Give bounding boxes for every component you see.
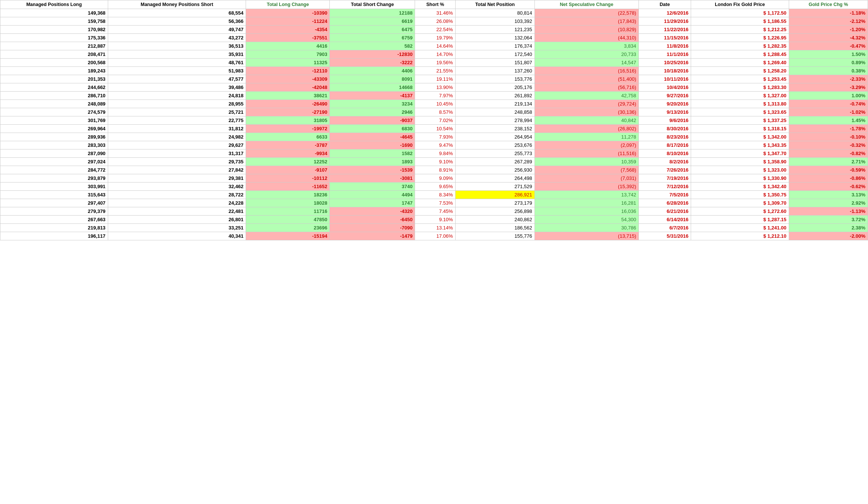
table-row: $ 1,253.45 [691,75,789,83]
table-row: 6759 [330,34,415,42]
table-row: 14668 [330,83,415,92]
table-row: -3.29% [789,83,868,92]
header-net-speculative-change: Net Speculative Change [534,0,639,9]
table-row: 10/4/2016 [639,83,691,92]
table-row: 12/6/2016 [639,9,691,17]
table-row: 2.71% [789,158,868,166]
table-row: $ 1,212.25 [691,26,789,34]
table-row: 286,921 [455,191,534,199]
header-managed-short: Managed Money Positions Short [108,0,246,9]
table-row: 151,807 [455,59,534,67]
table-row: 9.10% [415,216,455,224]
table-row: 11716 [246,207,330,216]
table-row: $ 1,288.45 [691,50,789,59]
table-row: 155,776 [455,232,534,240]
table-row: 6830 [330,125,415,133]
table-row: -3081 [330,174,415,183]
table-row: 24,228 [108,199,246,207]
table-row: 31,812 [108,125,246,133]
table-row: $ 1,226.95 [691,34,789,42]
table-row: -37551 [246,34,330,42]
table-row: -0.82% [789,149,868,158]
table-row: 287,090 [0,149,108,158]
table-row: 26,801 [108,216,246,224]
table-row: 42,758 [534,92,639,100]
table-row: 9.47% [415,141,455,149]
table-row: 38621 [246,92,330,100]
table-row: 256,930 [455,166,534,174]
table-row: $ 1,212.10 [691,232,789,240]
table-row: 297,407 [0,199,108,207]
table-row: 255,773 [455,149,534,158]
table-row: 20,733 [534,50,639,59]
table-row: 175,336 [0,34,108,42]
table-row: 21.55% [415,67,455,75]
table-row: 274,579 [0,108,108,116]
table-row: 10/18/2016 [639,67,691,75]
table-row: 11/8/2016 [639,42,691,50]
table-row: 24,982 [108,133,246,141]
table-row: 10.45% [415,100,455,108]
table-row: -10390 [246,9,330,17]
table-row: 7.97% [415,92,455,100]
table-row: $ 1,172.50 [691,9,789,17]
header-total-net-position: Total Net Position [455,0,534,9]
table-row: 286,710 [0,92,108,100]
table-row: -26490 [246,100,330,108]
table-row: -0.10% [789,133,868,141]
table-row: (26,802) [534,125,639,133]
table-row: -4354 [246,26,330,34]
table-row: 200,568 [0,59,108,67]
table-row: 16,281 [534,199,639,207]
header-short-pct: Short % [415,0,455,9]
table-row: $ 1,283.30 [691,83,789,92]
table-row: 11/29/2016 [639,17,691,26]
table-row: 29,381 [108,174,246,183]
table-row: 48,761 [108,59,246,67]
table-row: 10/11/2016 [639,75,691,83]
main-table: Managed Positions Long Managed Money Pos… [0,0,868,240]
table-row: $ 1,258.20 [691,67,789,75]
table-row: 2.38% [789,224,868,232]
table-row: 301,769 [0,116,108,125]
table-row: 0.38% [789,67,868,75]
table-row: -1690 [330,141,415,149]
table-row: 29,735 [108,158,246,166]
table-row: $ 1,272.60 [691,207,789,216]
table-row: (29,724) [534,100,639,108]
table-row: 176,374 [455,42,534,50]
table-row: $ 1,343.35 [691,141,789,149]
table-row: 31.46% [415,9,455,17]
table-row: $ 1,337.25 [691,116,789,125]
table-row: 26.08% [415,17,455,26]
table-row: 6619 [330,17,415,26]
table-row: 279,379 [0,207,108,216]
table-row: 19.79% [415,34,455,42]
table-row: -7090 [330,224,415,232]
table-row: -0.62% [789,183,868,191]
table-row: $ 1,330.90 [691,174,789,183]
table-row: $ 1,313.80 [691,100,789,108]
table-row: -9037 [330,116,415,125]
table-row: 153,776 [455,75,534,83]
table-row: 9.09% [415,174,455,183]
table-row: -4645 [330,133,415,141]
table-row: $ 1,186.55 [691,17,789,26]
table-row: 132,064 [455,34,534,42]
table-row: 8/30/2016 [639,125,691,133]
table-row: 31805 [246,116,330,125]
table-row: $ 1,323.65 [691,108,789,116]
table-row: 10,359 [534,158,639,166]
table-row: 1.45% [789,116,868,125]
table-row: 47850 [246,216,330,224]
table-row: 3740 [330,183,415,191]
table-row: 8/10/2016 [639,149,691,158]
table-row: 170,982 [0,26,108,34]
table-row: 1582 [330,149,415,158]
table-row: (7,031) [534,174,639,183]
table-row: -43309 [246,75,330,83]
table-row: 248,858 [455,108,534,116]
table-row: -2.12% [789,17,868,26]
table-row: -6450 [330,216,415,224]
table-row: -4320 [330,207,415,216]
